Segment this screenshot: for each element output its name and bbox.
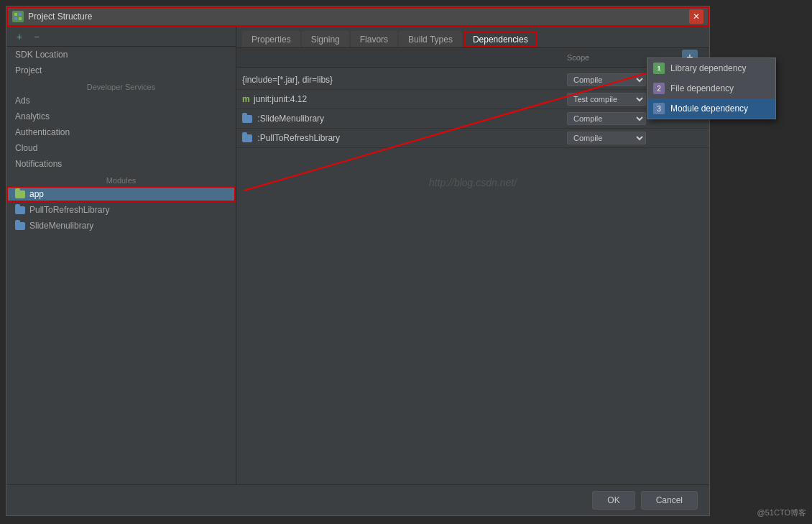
dependencies-table: {include=[*.jar], dir=libs} Compile Test…: [236, 68, 709, 484]
module-pulltorefresh[interactable]: PullToRefreshLibrary: [6, 202, 236, 218]
dialog-footer: OK Cancel: [6, 484, 709, 515]
content-watermark: http://blog.csdn.net/: [236, 177, 709, 188]
library-dep-icon: 1: [653, 63, 665, 74]
tab-dependencies[interactable]: Dependencies: [463, 31, 538, 47]
service-cloud[interactable]: Cloud: [6, 140, 236, 156]
module-dep-icon-4: [242, 134, 252, 142]
dropdown-file-dependency[interactable]: 2 File dependency: [647, 78, 775, 98]
dependency-type-dropdown: 1 Library dependency 2 File dependency 3…: [647, 58, 776, 119]
svg-rect-3: [19, 17, 22, 20]
file-dep-icon: 2: [653, 83, 665, 94]
tab-flavors[interactable]: Flavors: [351, 31, 397, 47]
module-slidermenulibrary[interactable]: SlideMenulibrary: [6, 218, 236, 234]
svg-rect-0: [14, 13, 17, 16]
svg-rect-1: [19, 13, 22, 16]
cancel-button[interactable]: Cancel: [641, 491, 698, 510]
dialog-title: Project Structure: [28, 12, 689, 22]
left-panel: + − SDK Location Project Developer Servi…: [6, 27, 236, 484]
dropdown-module-dependency[interactable]: 3 Module dependency: [647, 98, 775, 119]
scope-select-4[interactable]: Compile Test compile Provided: [567, 132, 646, 144]
right-panel: Properties Signing Flavors Build Types D…: [236, 27, 709, 484]
svg-rect-2: [14, 17, 17, 20]
module-app[interactable]: app: [6, 186, 236, 202]
project-item[interactable]: Project: [6, 63, 236, 78]
tab-signing[interactable]: Signing: [302, 31, 349, 47]
folder-icon-pulltorefresh: [15, 206, 25, 214]
app-icon: [12, 11, 24, 22]
add-button[interactable]: +: [12, 29, 27, 44]
tabs-bar: Properties Signing Flavors Build Types D…: [236, 27, 709, 48]
title-bar: Project Structure ✕: [6, 6, 709, 27]
service-analytics[interactable]: Analytics: [6, 109, 236, 124]
table-row[interactable]: {include=[*.jar], dir=libs} Compile Test…: [236, 70, 709, 90]
table-row[interactable]: :PullToRefreshLibrary Compile Test compi…: [236, 129, 709, 148]
module-dep-icon: 3: [653, 103, 665, 114]
scope-select-3[interactable]: Compile Test compile Provided: [567, 112, 646, 125]
left-toolbar: + −: [6, 27, 236, 47]
sdk-location-item[interactable]: SDK Location: [6, 47, 236, 63]
service-authentication[interactable]: Authentication: [6, 124, 236, 140]
developer-services-label: Developer Services: [6, 78, 236, 93]
table-row[interactable]: :SlideMenulibrary Compile Test compile P…: [236, 109, 709, 129]
folder-icon-slidemenu: [15, 222, 25, 230]
scope-select-1[interactable]: Compile Test compile Provided: [567, 73, 646, 86]
remove-button[interactable]: −: [29, 29, 44, 44]
folder-icon-app: [15, 190, 25, 198]
modules-label: Modules: [6, 172, 236, 186]
dropdown-library-dependency[interactable]: 1 Library dependency: [647, 58, 775, 78]
tab-properties[interactable]: Properties: [242, 31, 300, 47]
table-header: Scope +: [236, 48, 709, 68]
module-dep-icon-3: [242, 115, 252, 123]
copyright-watermark: @51CTO博客: [757, 507, 806, 518]
scope-select-2[interactable]: Compile Test compile Provided: [567, 93, 646, 106]
tab-build-types[interactable]: Build Types: [399, 31, 462, 47]
ok-button[interactable]: OK: [592, 491, 635, 510]
table-row[interactable]: m junit:junit:4.12 Compile Test compile …: [236, 90, 709, 109]
close-button[interactable]: ✕: [689, 9, 703, 24]
service-ads[interactable]: Ads: [6, 93, 236, 109]
service-notifications[interactable]: Notifications: [6, 156, 236, 172]
